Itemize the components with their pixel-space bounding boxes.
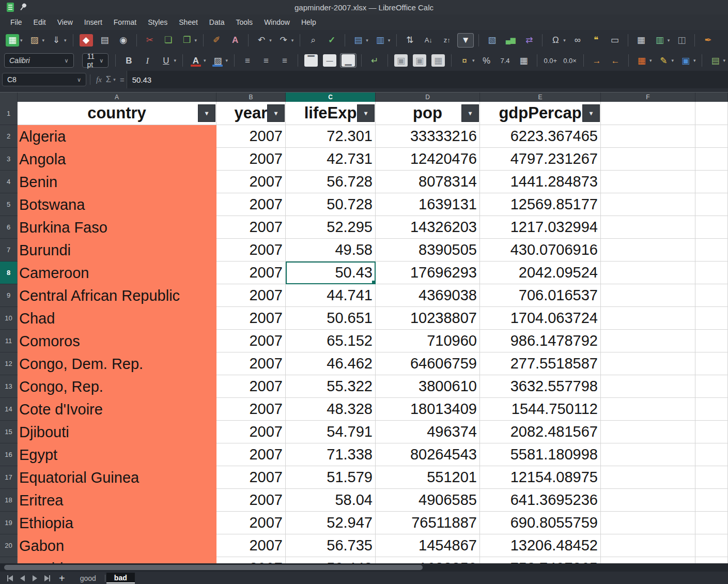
data-provider-icon[interactable]: ⇄: [521, 33, 537, 48]
autofilter-button-B[interactable]: ▾: [267, 104, 285, 122]
cell-E12[interactable]: 277.5518587: [480, 352, 601, 375]
autofilter-button-A[interactable]: ▾: [198, 104, 215, 122]
cell-G15[interactable]: [695, 421, 728, 443]
row-header-7[interactable]: 7: [0, 239, 18, 262]
cut-icon[interactable]: ✂: [142, 33, 158, 48]
column-header-D[interactable]: D: [376, 93, 480, 102]
cell-B21[interactable]: 2007: [216, 557, 286, 563]
dropdown-caret-icon[interactable]: ▾: [64, 38, 67, 43]
menu-format[interactable]: Format: [108, 16, 142, 28]
cell-C21[interactable]: 59.448: [286, 557, 376, 563]
decrease-indent-icon[interactable]: ←: [607, 53, 624, 68]
export-pdf-icon[interactable]: ◆: [78, 33, 95, 48]
cell-A4[interactable]: Benin: [18, 171, 216, 193]
cell-G21[interactable]: [695, 557, 728, 563]
cell-D10[interactable]: 10238807: [376, 307, 480, 330]
autofilter-icon[interactable]: ▼: [457, 33, 474, 48]
sort-icon[interactable]: ⇅: [401, 33, 418, 48]
cell-B20[interactable]: 2007: [216, 534, 286, 557]
cell-F4[interactable]: [601, 171, 695, 193]
cell-G9[interactable]: [695, 284, 728, 307]
row-header-18[interactable]: 18: [0, 489, 18, 512]
dropdown-caret-icon[interactable]: ▾: [693, 58, 696, 63]
dropdown-caret-icon[interactable]: ▾: [269, 38, 272, 43]
cell-B1[interactable]: year▾: [216, 102, 286, 125]
cell-A15[interactable]: Djibouti: [18, 421, 216, 443]
delete-decimal-place-icon[interactable]: 0.0×: [561, 53, 579, 68]
cell-E6[interactable]: 1217.032994: [480, 216, 601, 239]
cell-E13[interactable]: 3632.557798: [480, 375, 601, 398]
cell-B14[interactable]: 2007: [216, 398, 286, 421]
menu-data[interactable]: Data: [204, 16, 230, 28]
insert-hyperlink-icon[interactable]: ∞: [569, 33, 586, 48]
dropdown-caret-icon[interactable]: ▾: [366, 38, 368, 43]
merge-cells-icon[interactable]: ▣: [411, 53, 428, 68]
cell-E4[interactable]: 1441.284873: [480, 171, 601, 193]
row-header-10[interactable]: 10: [0, 307, 18, 330]
cell-A9[interactable]: Central African Republic: [18, 284, 216, 307]
font-color-icon[interactable]: A▾: [188, 53, 208, 68]
increase-indent-icon[interactable]: →: [588, 53, 605, 68]
cell-D11[interactable]: 710960: [376, 330, 480, 352]
menu-help[interactable]: Help: [296, 16, 322, 28]
cell-G14[interactable]: [695, 398, 728, 421]
cell-E15[interactable]: 2082.481567: [480, 421, 601, 443]
cell-F16[interactable]: [601, 443, 695, 466]
cell-D21[interactable]: 1688359: [376, 557, 480, 563]
cell-B9[interactable]: 2007: [216, 284, 286, 307]
font-size-select[interactable]: 11 pt ∨: [82, 53, 109, 68]
cell-B18[interactable]: 2007: [216, 489, 286, 512]
freeze-rows-and-columns-icon[interactable]: ▥▾: [652, 33, 672, 48]
cell-F15[interactable]: [601, 421, 695, 443]
cell-G8[interactable]: [695, 262, 728, 284]
cell-E5[interactable]: 12569.85177: [480, 193, 601, 216]
menu-window[interactable]: Window: [258, 16, 296, 28]
insert-chart-icon[interactable]: ▄▆: [502, 33, 519, 48]
row-header-21[interactable]: 21: [0, 557, 18, 563]
format-as-number-icon[interactable]: 7.4: [497, 53, 514, 68]
cell-E11[interactable]: 986.1478792: [480, 330, 601, 352]
cell-A6[interactable]: Burkina Faso: [18, 216, 216, 239]
cell-E16[interactable]: 5581.180998: [480, 443, 601, 466]
dropdown-caret-icon[interactable]: ▾: [174, 58, 176, 63]
align-left-icon[interactable]: ≡: [239, 53, 256, 68]
cell-A13[interactable]: Congo, Rep.: [18, 375, 216, 398]
cell-A19[interactable]: Ethiopia: [18, 512, 216, 534]
cell-D16[interactable]: 80264543: [376, 443, 480, 466]
cell-F20[interactable]: [601, 534, 695, 557]
merge-and-center-cells-icon[interactable]: ▣: [393, 53, 409, 68]
border-color-icon[interactable]: ▣▾: [677, 53, 698, 68]
cell-C17[interactable]: 51.579: [286, 466, 376, 489]
column-header-partial[interactable]: [695, 93, 728, 102]
spelling-icon[interactable]: ✓: [323, 33, 340, 48]
conditional-formatting-icon[interactable]: ▤▾: [707, 53, 727, 68]
row-header-8[interactable]: 8: [0, 262, 18, 284]
underline-icon[interactable]: U▾: [158, 53, 178, 68]
cell-F3[interactable]: [601, 148, 695, 171]
last-sheet-button[interactable]: [41, 574, 53, 583]
column-header-C[interactable]: C: [286, 93, 376, 102]
cell-C15[interactable]: 54.791: [286, 421, 376, 443]
italic-icon[interactable]: I: [139, 53, 156, 68]
cell-D1[interactable]: pop▾: [376, 102, 480, 125]
cell-G2[interactable]: [695, 125, 728, 148]
borders-icon[interactable]: ▦▾: [633, 53, 654, 68]
insert-column-icon[interactable]: ▥▾: [372, 33, 392, 48]
cell-B6[interactable]: 2007: [216, 216, 286, 239]
show-draw-functions-icon[interactable]: ✒: [700, 33, 716, 48]
open-folder-icon[interactable]: ▨▾: [26, 33, 47, 48]
cell-A5[interactable]: Botswana: [18, 193, 216, 216]
insert-row-icon[interactable]: ▤▾: [350, 33, 370, 48]
autofilter-button-E[interactable]: ▾: [582, 104, 600, 122]
cell-F11[interactable]: [601, 330, 695, 352]
cell-E7[interactable]: 430.0706916: [480, 239, 601, 262]
cell-F12[interactable]: [601, 352, 695, 375]
row-header-19[interactable]: 19: [0, 512, 18, 534]
align-top-icon[interactable]: ▔: [303, 53, 319, 68]
row-header-13[interactable]: 13: [0, 375, 18, 398]
name-box[interactable]: C8 ∨: [2, 73, 86, 86]
cell-F21[interactable]: [601, 557, 695, 563]
cell-B11[interactable]: 2007: [216, 330, 286, 352]
cell-E18[interactable]: 641.3695236: [480, 489, 601, 512]
cell-E17[interactable]: 12154.08975: [480, 466, 601, 489]
